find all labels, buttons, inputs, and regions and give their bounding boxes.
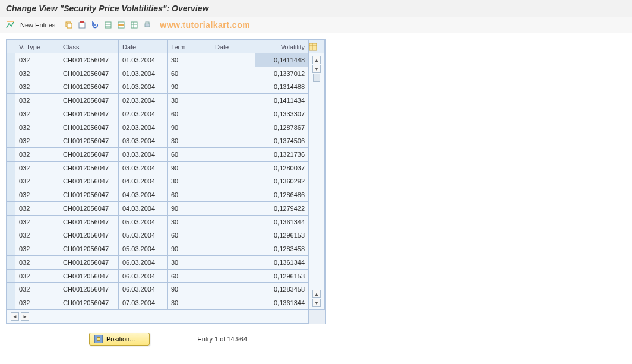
scroll-up2-icon[interactable]: ▲ xyxy=(312,290,321,298)
row-marker[interactable] xyxy=(7,53,15,67)
table-row[interactable]: 032CH001205604701.03.2004600,1337012 xyxy=(7,67,325,80)
cell-date1[interactable]: 02.03.2004 xyxy=(119,107,168,121)
delete-icon[interactable] xyxy=(77,20,87,30)
cell-date1[interactable]: 02.03.2004 xyxy=(119,121,168,134)
cell-date2[interactable] xyxy=(211,121,255,134)
cell-term[interactable]: 30 xyxy=(168,94,211,107)
cell-class[interactable]: CH0012056047 xyxy=(59,107,119,121)
cell-class[interactable]: CH0012056047 xyxy=(59,161,119,175)
cell-vtype[interactable]: 032 xyxy=(15,53,59,67)
cell-date2[interactable] xyxy=(211,67,255,80)
cell-date2[interactable] xyxy=(211,256,255,270)
cell-date2[interactable] xyxy=(211,107,255,121)
cell-vtype[interactable]: 032 xyxy=(15,67,59,80)
table-row[interactable]: 032CH001205604703.03.2004600,1321736 xyxy=(7,148,325,162)
cell-vtype[interactable]: 032 xyxy=(15,202,59,216)
row-marker[interactable] xyxy=(7,148,15,162)
select-all-icon[interactable] xyxy=(103,20,113,30)
cell-date2[interactable] xyxy=(211,94,255,107)
cell-date1[interactable]: 06.03.2004 xyxy=(119,283,168,296)
row-marker[interactable] xyxy=(7,121,15,134)
cell-vtype[interactable]: 032 xyxy=(15,134,59,148)
cell-class[interactable]: CH0012056047 xyxy=(59,269,119,283)
select-block-icon[interactable] xyxy=(116,20,127,30)
table-row[interactable]: 032CH001205604702.03.2004300,1411434 xyxy=(7,94,325,107)
table-row[interactable]: 032CH001205604703.03.2004900,1280037 xyxy=(7,161,325,175)
print-icon[interactable] xyxy=(142,20,153,30)
table-row[interactable]: 032CH001205604704.03.2004900,1279422 xyxy=(7,202,325,216)
cell-volatility[interactable]: 0,1286486 xyxy=(255,188,309,202)
cell-volatility[interactable]: 0,1280037 xyxy=(255,161,309,175)
cell-class[interactable]: CH0012056047 xyxy=(59,296,119,310)
cell-date1[interactable]: 05.03.2004 xyxy=(119,215,168,229)
cell-date2[interactable] xyxy=(211,161,255,175)
horizontal-scrollbar[interactable]: ◄ ► xyxy=(7,310,309,324)
undo-icon[interactable] xyxy=(90,20,100,30)
scroll-right-icon[interactable]: ► xyxy=(21,312,29,321)
cell-term[interactable]: 90 xyxy=(168,80,211,94)
cell-class[interactable]: CH0012056047 xyxy=(59,134,119,148)
cell-date2[interactable] xyxy=(211,215,255,229)
toggle-display-icon[interactable] xyxy=(5,20,15,30)
cell-volatility[interactable]: 0,1283458 xyxy=(255,283,309,296)
col-header-date1[interactable]: Date xyxy=(119,40,168,53)
cell-volatility[interactable]: 0,1374506 xyxy=(255,134,309,148)
table-row[interactable]: 032CH001205604702.03.2004600,1333307 xyxy=(7,107,325,121)
cell-class[interactable]: CH0012056047 xyxy=(59,202,119,216)
cell-date1[interactable]: 01.03.2004 xyxy=(119,67,168,80)
cell-date2[interactable] xyxy=(211,242,255,256)
cell-vtype[interactable]: 032 xyxy=(15,296,59,310)
cell-date1[interactable]: 04.03.2004 xyxy=(119,188,168,202)
table-row[interactable]: 032CH001205604706.03.2004300,1361344 xyxy=(7,256,325,270)
cell-term[interactable]: 30 xyxy=(168,296,211,310)
cell-vtype[interactable]: 032 xyxy=(15,188,59,202)
cell-term[interactable]: 60 xyxy=(168,148,211,162)
cell-vtype[interactable]: 032 xyxy=(15,256,59,270)
cell-class[interactable]: CH0012056047 xyxy=(59,53,119,67)
cell-volatility[interactable]: 0,1361344 xyxy=(255,296,309,310)
cell-date2[interactable] xyxy=(211,229,255,242)
cell-date1[interactable]: 03.03.2004 xyxy=(119,161,168,175)
cell-term[interactable]: 60 xyxy=(168,107,211,121)
scroll-down-icon[interactable]: ▼ xyxy=(312,65,321,73)
scroll-thumb[interactable] xyxy=(313,74,320,82)
row-marker[interactable] xyxy=(7,283,15,296)
cell-term[interactable]: 90 xyxy=(168,121,211,134)
cell-volatility[interactable]: 0,1337012 xyxy=(255,67,309,80)
deselect-all-icon[interactable] xyxy=(129,20,140,30)
cell-date2[interactable] xyxy=(211,202,255,216)
scroll-down2-icon[interactable]: ▼ xyxy=(312,299,321,307)
cell-vtype[interactable]: 032 xyxy=(15,107,59,121)
cell-term[interactable]: 60 xyxy=(168,67,211,80)
cell-date1[interactable]: 03.03.2004 xyxy=(119,148,168,162)
cell-date1[interactable]: 01.03.2004 xyxy=(119,53,168,67)
row-marker[interactable] xyxy=(7,229,15,242)
cell-vtype[interactable]: 032 xyxy=(15,175,59,188)
cell-vtype[interactable]: 032 xyxy=(15,148,59,162)
cell-class[interactable]: CH0012056047 xyxy=(59,256,119,270)
table-row[interactable]: 032CH001205604704.03.2004300,1360292 xyxy=(7,175,325,188)
cell-volatility[interactable]: 0,1296153 xyxy=(255,229,309,242)
table-row[interactable]: 032CH001205604703.03.2004300,1374506 xyxy=(7,134,325,148)
row-marker[interactable] xyxy=(7,134,15,148)
row-marker[interactable] xyxy=(7,67,15,80)
cell-term[interactable]: 90 xyxy=(168,283,211,296)
cell-vtype[interactable]: 032 xyxy=(15,269,59,283)
cell-volatility[interactable]: 0,1361344 xyxy=(255,215,309,229)
cell-volatility[interactable]: 0,1296153 xyxy=(255,269,309,283)
cell-date2[interactable] xyxy=(211,188,255,202)
cell-class[interactable]: CH0012056047 xyxy=(59,94,119,107)
row-marker[interactable] xyxy=(7,94,15,107)
cell-date1[interactable]: 06.03.2004 xyxy=(119,256,168,270)
cell-date2[interactable] xyxy=(211,148,255,162)
cell-date1[interactable]: 03.03.2004 xyxy=(119,134,168,148)
cell-class[interactable]: CH0012056047 xyxy=(59,229,119,242)
cell-volatility[interactable]: 0,1321736 xyxy=(255,148,309,162)
cell-date2[interactable] xyxy=(211,53,255,67)
cell-date1[interactable]: 06.03.2004 xyxy=(119,269,168,283)
vertical-scrollbar[interactable]: ▲▼▲▼ xyxy=(309,53,325,310)
cell-date2[interactable] xyxy=(211,269,255,283)
cell-volatility[interactable]: 0,1333307 xyxy=(255,107,309,121)
new-entries-button[interactable]: New Entries xyxy=(18,20,61,30)
cell-date1[interactable]: 04.03.2004 xyxy=(119,202,168,216)
